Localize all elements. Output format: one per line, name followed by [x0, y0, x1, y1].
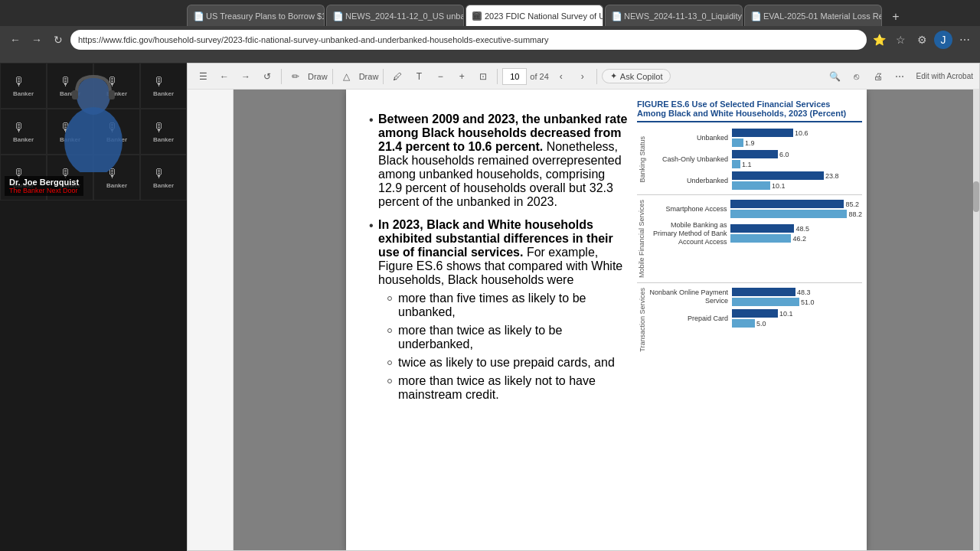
cash-only-white-bar — [732, 160, 740, 168]
fit-btn[interactable]: ⊡ — [474, 67, 492, 86]
profile-icon[interactable]: J — [934, 31, 952, 49]
mobile-banking-white-bar — [730, 234, 791, 243]
sub-dot-4 — [387, 376, 398, 383]
more-icon[interactable]: ⋯ — [956, 31, 974, 49]
new-tab-button[interactable]: + — [887, 8, 905, 26]
sub-bullet-1: more than five times as likely to be unb… — [378, 292, 629, 319]
smartphone-label: Smartphone Access — [646, 205, 730, 213]
sub-bullet-3-text: twice as likely to use prepaid cards, an… — [398, 356, 615, 370]
sub-bullet-2-text: more than twice as likely to be underban… — [398, 324, 629, 351]
name-tag: Dr. Joe Bergquist The Banker Next Door — [5, 176, 83, 196]
favicon-5: 📄 — [751, 11, 760, 21]
bullet-content-2: In 2023, Black and White households exhi… — [378, 218, 629, 402]
sub-bullet-3: twice as likely to use prepaid cards, an… — [378, 356, 629, 370]
sub-bullet-4: more than twice as likely not to have ma… — [378, 374, 629, 402]
page-number-input[interactable] — [502, 68, 527, 85]
pen-btn[interactable]: 🖊 — [388, 67, 407, 86]
tab-2[interactable]: 📄 NEWS_2024-11-12_0_US unbanki... ✕ — [326, 5, 464, 26]
section-divider-2 — [637, 282, 862, 283]
draw-tool-btn[interactable]: ✏ — [286, 67, 305, 86]
back-button[interactable]: ← — [6, 31, 24, 49]
logo-icon-4: 🎙 — [153, 75, 174, 89]
zoom-in-btn[interactable]: + — [452, 67, 471, 86]
logo-text-11: Banker — [106, 182, 127, 189]
underbanked-black-val: 23.8 — [825, 172, 839, 180]
section-divider-1 — [637, 194, 862, 195]
tab-5[interactable]: 📄 EVAL-2025-01 Material Loss Rev... ✕ — [744, 5, 882, 26]
banking-axis-label-col: Banking Status — [637, 129, 648, 190]
transaction-rows: Nonbank Online Payment Service 48.3 51.0 — [648, 288, 862, 352]
extensions-icon[interactable]: ⭐ — [870, 31, 888, 49]
next-page-btn[interactable]: › — [573, 67, 592, 86]
pdf-nav-btn[interactable]: ☰ — [194, 67, 212, 86]
tab-bar: 📄 US Treasury Plans to Borrow $1... ✕ 📄 … — [0, 0, 980, 26]
pdf-refresh-btn[interactable]: ↺ — [258, 67, 276, 86]
nonbank-row: Nonbank Online Payment Service 48.3 51.0 — [648, 288, 862, 306]
nonbank-white-val: 51.0 — [801, 298, 815, 306]
prepaid-label: Prepaid Card — [648, 315, 732, 322]
underbanked-white-val: 10.1 — [772, 182, 786, 190]
mobile-rows: Smartphone Access 85.2 88.2 — [646, 200, 862, 278]
transaction-axis-label-col: Transaction Services — [637, 288, 648, 352]
person-area — [31, 67, 156, 178]
edit-acrobat-label: Edit with Acrobat — [916, 72, 973, 80]
nonbank-black-val: 48.3 — [797, 289, 811, 296]
underbanked-row: Underbanked 23.8 10.1 — [648, 171, 862, 190]
unbanked-black-bar-row: 10.6 — [732, 129, 862, 137]
svg-rect-3 — [109, 90, 115, 99]
logo-icon-12: 🎙 — [153, 167, 174, 181]
unbanked-white-val: 1.9 — [745, 139, 755, 147]
underbanked-label: Underbanked — [648, 177, 732, 184]
share-btn[interactable]: ⎋ — [848, 67, 866, 86]
cash-only-black-bar-row: 6.0 — [732, 150, 862, 158]
person-silhouette — [47, 73, 139, 172]
bullet-content-1: Between 2009 and 2023, the unbanked rate… — [378, 112, 629, 209]
pdf-back-btn[interactable]: ← — [215, 67, 234, 86]
prepaid-black-row: 10.1 — [732, 309, 862, 318]
search-btn[interactable]: 🔍 — [826, 67, 844, 86]
pdf-document: • Between 2009 and 2023, the unbanked ra… — [234, 90, 979, 550]
tab-2-label: NEWS_2024-11-12_0_US unbanki... — [345, 11, 464, 21]
forward-button[interactable]: → — [28, 31, 46, 49]
article-content: • Between 2009 and 2023, the unbanked ra… — [369, 105, 629, 402]
zoom-out-btn[interactable]: − — [431, 67, 449, 86]
chart-area: FIGURE ES.6 Use of Selected Financial Se… — [637, 93, 867, 358]
prepaid-black-bar — [732, 309, 778, 318]
favorites-icon[interactable]: ☆ — [891, 31, 910, 49]
sep4 — [497, 69, 498, 84]
mobile-banking-bars: 48.5 46.2 — [730, 224, 862, 243]
cash-only-row: Cash-Only Unbanked 6.0 1.1 — [648, 150, 862, 168]
draw-label2: Draw — [359, 72, 379, 81]
smartphone-black-bar — [730, 200, 844, 208]
address-bar[interactable]: https://www.fdic.gov/household-survey/20… — [70, 30, 867, 50]
transaction-axis-label: Transaction Services — [639, 288, 646, 352]
settings-icon[interactable]: ⚙ — [913, 31, 931, 49]
shapes-btn[interactable]: △ — [338, 67, 356, 86]
scrollbar-thumb[interactable] — [973, 181, 979, 212]
tab-3[interactable]: 🏛 2023 FDIC National Survey of U/... ✕ — [466, 5, 603, 26]
unbanked-bars: 10.6 1.9 — [732, 129, 862, 147]
unbanked-label: Unbanked — [648, 134, 732, 142]
underbanked-white-bar — [732, 181, 770, 190]
smartphone-white-row: 88.2 — [730, 210, 862, 218]
underbanked-bars: 23.8 10.1 — [732, 171, 862, 190]
copilot-button[interactable]: ✦ Ask Copilot — [602, 69, 671, 83]
more-tools-btn[interactable]: ⋯ — [890, 67, 909, 86]
prev-page-btn[interactable]: ‹ — [552, 67, 570, 86]
refresh-button[interactable]: ↻ — [49, 31, 67, 49]
print-btn[interactable]: 🖨 — [869, 67, 887, 86]
sub-bullet-1-text: more than five times as likely to be unb… — [398, 292, 629, 319]
text-btn[interactable]: T — [410, 67, 428, 86]
smartphone-white-val: 88.2 — [848, 210, 862, 218]
tab-1[interactable]: 📄 US Treasury Plans to Borrow $1... ✕ — [187, 5, 325, 26]
prepaid-white-bar — [732, 319, 755, 328]
favicon-4: 📄 — [612, 11, 621, 21]
prepaid-white-val: 5.0 — [756, 320, 766, 328]
pdf-fwd-btn[interactable]: → — [237, 67, 255, 86]
cash-only-white-val: 1.1 — [742, 161, 752, 168]
tab-4[interactable]: 📄 NEWS_2024-11-13_0_Liquidity p... ✕ — [605, 5, 743, 26]
favicon-1: 📄 — [194, 11, 203, 21]
prepaid-bars: 10.1 5.0 — [732, 309, 862, 328]
scrollbar[interactable] — [973, 90, 979, 550]
sub-bullet-4-text: more than twice as likely not to have ma… — [398, 374, 629, 402]
